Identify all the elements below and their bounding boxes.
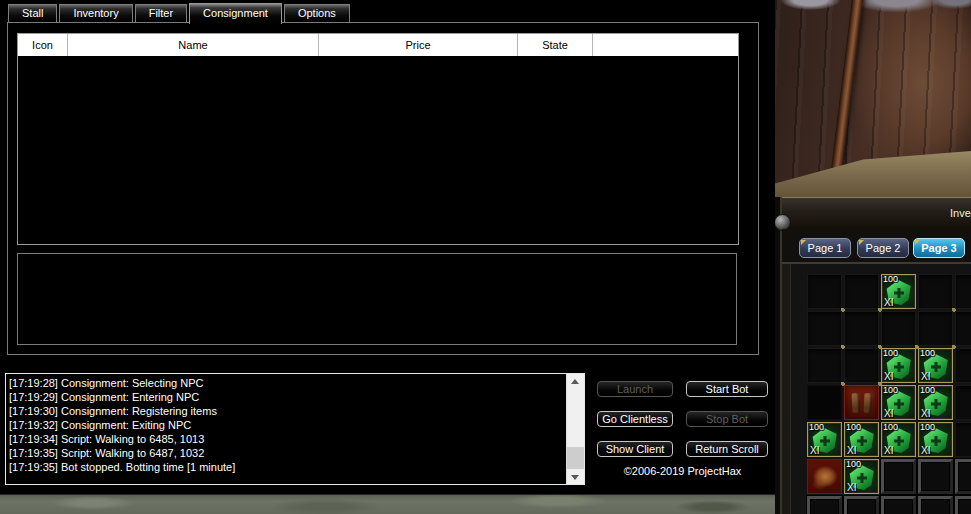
item-count-label: 100 xyxy=(846,422,861,432)
inventory-slot-empty xyxy=(844,348,879,383)
item-count-label: 100 xyxy=(883,274,898,284)
inventory-item-elixir[interactable]: 100XI xyxy=(918,348,953,383)
screen: { "bot": { "tabs": [ {"label": "Stall", … xyxy=(0,0,971,514)
inventory-slot-empty xyxy=(955,274,971,309)
item-count-label: 100 xyxy=(883,348,898,358)
log-line: [17:19:35] Script: Walking to 6487, 1032 xyxy=(9,446,564,460)
inventory-item-elixir[interactable]: 100XI xyxy=(881,385,916,420)
item-tier-label: XI xyxy=(810,445,819,456)
page-tab-1[interactable]: Page 1 xyxy=(799,238,851,258)
boot-icon-left xyxy=(851,393,860,413)
inventory-slot-empty xyxy=(807,496,842,514)
column-header-state[interactable]: State xyxy=(518,34,593,56)
go-clientless-button[interactable]: Go Clientless xyxy=(597,411,673,427)
inventory-item-elixir[interactable]: 100XI xyxy=(918,385,953,420)
stop-bot-button: Stop Bot xyxy=(686,411,768,427)
arrow-down-icon xyxy=(571,475,579,480)
scroll-up-button[interactable] xyxy=(567,374,584,389)
inventory-item-elixir[interactable]: 100XI xyxy=(881,348,916,383)
inventory-item-elixir[interactable]: 100XI xyxy=(881,422,916,457)
inventory-item-armor[interactable] xyxy=(807,459,842,494)
inventory-item-elixir[interactable]: 100XI xyxy=(881,274,916,309)
show-client-button[interactable]: Show Client xyxy=(597,441,673,457)
tab-corner-ornament xyxy=(859,240,864,245)
tab-stall[interactable]: Stall xyxy=(8,4,57,22)
item-count-label: 100 xyxy=(846,459,861,469)
tab-options[interactable]: Options xyxy=(284,4,350,22)
inventory-item-elixir[interactable]: 100XI xyxy=(807,422,842,457)
item-count-label: 100 xyxy=(920,385,935,395)
inventory-slot-empty xyxy=(844,496,879,514)
consignment-tab-page: IconNamePriceState xyxy=(7,22,759,355)
column-header-price[interactable]: Price xyxy=(319,34,518,56)
log-scrollbar[interactable] xyxy=(566,374,584,484)
item-tier-label: XI xyxy=(847,482,856,493)
log-line: [17:19:35] Bot stopped. Botting time [1 … xyxy=(9,460,564,474)
game-floor-strip xyxy=(0,494,775,514)
bot-window: StallInventoryFilterConsignmentOptions I… xyxy=(0,0,775,494)
inventory-item-elixir[interactable]: 100XI xyxy=(844,422,879,457)
item-tier-label: XI xyxy=(921,408,930,419)
start-bot-button[interactable]: Start Bot xyxy=(686,381,768,397)
item-tier-label: XI xyxy=(884,408,893,419)
inventory-item-elixir[interactable]: 100XI xyxy=(918,422,953,457)
table-header-row: IconNamePriceState xyxy=(18,34,738,57)
tab-filter[interactable]: Filter xyxy=(135,4,187,22)
item-tier-label: XI xyxy=(921,371,930,382)
item-tier-label: XI xyxy=(884,445,893,456)
inventory-slot-empty xyxy=(955,459,971,494)
log-line: [17:19:28] Consignment: Selecting NPC xyxy=(9,376,564,390)
log-box: [17:19:28] Consignment: Selecting NPC[17… xyxy=(5,373,585,485)
item-tier-label: XI xyxy=(847,445,856,456)
item-tier-label: XI xyxy=(884,371,893,382)
inventory-page-tabs: Page 1Page 2Page 3 xyxy=(782,229,971,262)
launch-button: Launch xyxy=(597,381,673,397)
inventory-slot-empty xyxy=(918,274,953,309)
log-line: [17:19:30] Consignment: Registering item… xyxy=(9,404,564,418)
copyright-text: ©2006-2019 ProjectHax xyxy=(597,465,768,477)
inventory-slot-empty xyxy=(807,274,842,309)
inventory-grid: 100XI100XI100XI100XI100XI100XI100XI100XI… xyxy=(807,274,971,514)
page-tab-label: Page 3 xyxy=(921,242,956,254)
log-line: [17:19:32] Consignment: Exiting NPC xyxy=(9,418,564,432)
inventory-slot-empty xyxy=(918,496,953,514)
consignment-table: IconNamePriceState xyxy=(17,33,739,245)
inventory-item-boots[interactable] xyxy=(844,385,879,420)
bot-tab-strip: StallInventoryFilterConsignmentOptions xyxy=(8,4,350,22)
log-lines: [17:19:28] Consignment: Selecting NPC[17… xyxy=(9,376,564,482)
log-line: [17:19:29] Consignment: Entering NPC xyxy=(9,390,564,404)
scroll-down-button[interactable] xyxy=(567,469,584,484)
inventory-grid-panel: 100XI100XI100XI100XI100XI100XI100XI100XI… xyxy=(782,262,971,514)
item-count-label: 100 xyxy=(883,422,898,432)
scene-top-highlight xyxy=(775,0,971,30)
inventory-slot-empty xyxy=(807,348,842,383)
tab-inventory[interactable]: Inventory xyxy=(59,4,132,22)
inventory-title: Inven xyxy=(950,207,971,219)
inventory-slot-empty xyxy=(881,311,916,346)
bot-buttons: LaunchStart BotGo ClientlessStop BotShow… xyxy=(597,381,768,457)
inventory-slot-empty xyxy=(844,274,879,309)
inventory-slot-empty xyxy=(955,496,971,514)
inventory-slot-empty xyxy=(918,459,953,494)
tab-consignment[interactable]: Consignment xyxy=(189,3,282,24)
item-count-label: 100 xyxy=(809,422,824,432)
inventory-slot-empty xyxy=(955,311,971,346)
inventory-slot-empty xyxy=(844,311,879,346)
column-header-icon[interactable]: Icon xyxy=(18,34,68,56)
column-header-name[interactable]: Name xyxy=(68,34,319,56)
item-count-label: 100 xyxy=(883,385,898,395)
return-scroll-button[interactable]: Return Scroll xyxy=(686,441,768,457)
consignment-empty-list xyxy=(17,253,737,345)
tab-corner-ornament xyxy=(801,240,806,245)
inventory-item-elixir[interactable]: 100XI xyxy=(844,459,879,494)
item-count-label: 100 xyxy=(920,348,935,358)
item-tier-label: XI xyxy=(884,297,893,308)
page-tab-2[interactable]: Page 2 xyxy=(857,238,909,258)
log-line: [17:19:34] Script: Walking to 6485, 1013 xyxy=(9,432,564,446)
inventory-titlebar[interactable]: Inven xyxy=(782,197,971,230)
arrow-up-icon xyxy=(571,379,579,384)
page-tab-3[interactable]: Page 3 xyxy=(913,238,965,258)
inventory-slot-empty xyxy=(881,459,916,494)
scrollbar-thumb[interactable] xyxy=(567,447,584,471)
column-header-blank[interactable] xyxy=(593,34,738,56)
